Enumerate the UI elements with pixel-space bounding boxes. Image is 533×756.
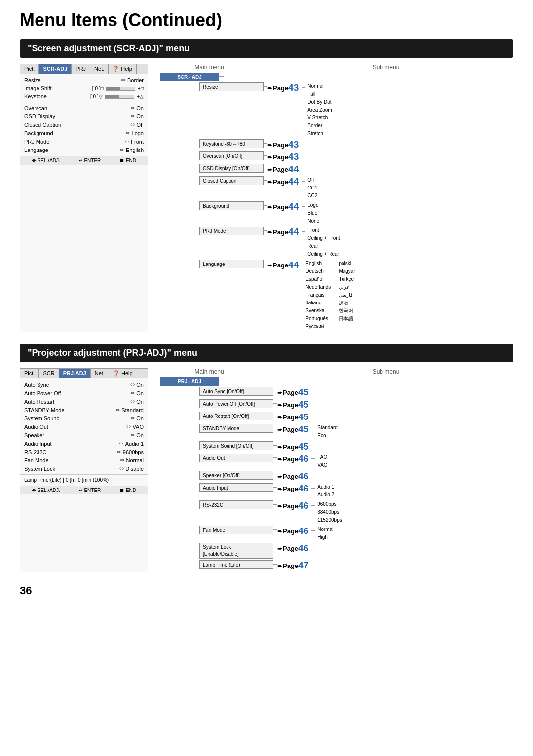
- autorestart-box: Auto Restart [On/Off]: [199, 412, 273, 420]
- prj-adj-box: PRJ - ADJ: [160, 377, 219, 386]
- page-number: 36: [20, 584, 513, 597]
- rs232c-box: RS-232C: [199, 500, 273, 509]
- menu-row-overscan: Overscan ⇔ On: [20, 104, 148, 112]
- menu-row-keystone: Keystone [ 0 ]▽ +△: [20, 92, 148, 100]
- prj-panel-tabs: Pict. SCR PRJ-ADJ Net. ❓ Help: [20, 369, 148, 378]
- overscan-page-link: ➨ Page 43: [267, 151, 299, 162]
- autopoweroff-box: Auto Power Off [On/Off]: [199, 399, 273, 408]
- tab-prj[interactable]: PRJ: [72, 64, 90, 74]
- audioout-page-link: ➨ Page 46: [277, 454, 308, 464]
- menu-row-autopoweroff: Auto Power Off ⇔ On: [20, 389, 148, 397]
- speaker-box: Speaker [On/Off]: [199, 471, 273, 480]
- tab-help[interactable]: ❓ Help: [109, 64, 137, 74]
- menu-row-prjmode: PRJ Mode ⇔ Front: [20, 137, 148, 146]
- tab2-net[interactable]: Net.: [91, 369, 109, 378]
- scr-adj-panel: Pict. SCR-ADJ PRJ Net. ❓ Help Resize ⇔ B…: [20, 64, 148, 332]
- s2-sub-label: Sub menu: [259, 368, 513, 375]
- prj-panel-body: Auto Sync ⇔ On Auto Power Off ⇔ On Auto …: [20, 378, 148, 486]
- syslock-box: System Lock[Enable/Disable]: [199, 543, 273, 559]
- s1-main-label: Main menu: [160, 64, 259, 71]
- fanmode-page-link: ➨ Page 46: [277, 526, 308, 536]
- audioinput-box: Audio Input: [199, 483, 273, 492]
- standby-sub: StandardEco: [315, 424, 338, 440]
- menu-row-speaker: Speaker ⇔ On: [20, 431, 148, 439]
- autopoweroff-page-link: ➨ Page 45: [277, 399, 308, 410]
- menu-row-audioout: Audio Out ⇔ VAO: [20, 422, 148, 431]
- lamp-box: Lamp Timer(Life): [199, 560, 273, 569]
- osd-page-link: ➨ Page 44: [267, 164, 299, 175]
- menu-row-resize: Resize ⇔ Border: [20, 76, 148, 84]
- fanmode-sub: NormalHigh: [315, 526, 333, 541]
- bg-box: Background: [199, 201, 264, 210]
- menu-row-audioinput: Audio Input ⇔ Audio 1: [20, 439, 148, 448]
- lamp-page-link: ➨ Page 47: [277, 560, 308, 571]
- speaker-page-link: ➨ Page 46: [277, 471, 308, 482]
- lang-page-link: ➨ Page 44: [267, 260, 299, 270]
- prj-panel-footer: ❖ SEL./ADJ. ↵ ENTER ⏹ END: [20, 486, 148, 494]
- tab-net[interactable]: Net.: [90, 64, 109, 74]
- prjmode-page-link: ➨ Page 44: [267, 227, 299, 237]
- menu-row-autorestart: Auto Restart ⇔ On: [20, 397, 148, 406]
- cc-box: Closed Caption: [199, 176, 264, 185]
- menu-row-osd: OSD Display ⇔ On: [20, 112, 148, 120]
- s2-main-label: Main menu: [160, 368, 259, 375]
- menu-row-autosync: Auto Sync ⇔ On: [20, 380, 148, 389]
- audioinput-sub: Audio 1Audio 2: [315, 483, 334, 499]
- menu-row-rs232c: RS-232C ⇔ 9600bps: [20, 448, 148, 456]
- rs232c-page-link: ➨ Page 46: [277, 500, 308, 511]
- resize-box: Resize: [199, 82, 264, 91]
- scr-adj-box: SCR - ADJ: [160, 73, 219, 81]
- menu-row-syslock: System Lock ⇔ Disable: [20, 464, 148, 473]
- lang-box: Language: [199, 260, 264, 268]
- osd-box: OSD Display [On/Off]: [199, 164, 264, 173]
- menu-row-standby: STANDBY Mode ⇔ Standard: [20, 406, 148, 414]
- keystone-page-link: ➨ Page 43: [267, 139, 299, 150]
- panel-body: Resize ⇔ Border Image Shift [ 0 ]□ +□ Ke…: [20, 74, 148, 156]
- prjmode-sub: FrontCeiling + FrontRearCeiling + Rear: [305, 227, 340, 258]
- keystone-box: Keystone -80↔+80: [199, 139, 264, 148]
- audioout-sub: FAOVAO: [315, 454, 327, 469]
- tab2-prj-adj[interactable]: PRJ-ADJ: [59, 369, 91, 378]
- tab-scr-adj[interactable]: SCR-ADJ: [39, 64, 72, 74]
- menu-row-syssound: System Sound ⇔ On: [20, 414, 148, 422]
- overscan-box: Overscan [On/Off]: [199, 151, 264, 160]
- page-title: Menu Items (Continued): [20, 10, 513, 31]
- menu-row-lang: Language ⇔ English: [20, 146, 148, 154]
- autosync-page-link: ➨ Page 45: [277, 387, 308, 398]
- tab-pict[interactable]: Pict.: [20, 64, 39, 74]
- panel-tabs: Pict. SCR-ADJ PRJ Net. ❓ Help: [20, 64, 148, 74]
- s1-sub-label: Sub menu: [259, 64, 513, 71]
- menu-row-bg: Background ⇔ Logo: [20, 129, 148, 137]
- standby-page-link: ➨ Page 45: [277, 424, 308, 435]
- syssound-box: System Sound [On/Off]: [199, 441, 273, 450]
- autosync-box: Auto Sync [On/Off]: [199, 387, 273, 396]
- fanmode-box: Fan Mode: [199, 526, 273, 534]
- prjmode-box: PRJ Mode: [199, 227, 264, 235]
- menu-row-fanmode: Fan Mode ⇔ Normal: [20, 456, 148, 464]
- resize-page-link: ➨ Page 43: [267, 82, 299, 93]
- prj-adj-panel: Pict. SCR PRJ-ADJ Net. ❓ Help Auto Sync …: [20, 368, 148, 572]
- standby-box: STANDBY Mode: [199, 424, 273, 433]
- cc-sub: OffCC1CC2: [305, 176, 317, 200]
- tab2-help[interactable]: ❓ Help: [109, 369, 137, 378]
- resize-sub: NormalFullDot By DotArea ZoomV-StretchBo…: [305, 82, 332, 138]
- menu-row-lamp: Lamp Timer(Life) [ 0 ]h [ 0 ]min (100%): [20, 476, 148, 484]
- tab2-pict[interactable]: Pict.: [20, 369, 39, 378]
- lang-sub: EnglishDeutschEspañolNederlandsFrançaisI…: [305, 260, 355, 331]
- audioout-box: Audio Out: [199, 454, 273, 462]
- bg-sub: LogoBlueNone: [305, 201, 319, 225]
- menu-row-imageshift: Image Shift [ 0 ]□ +□: [20, 84, 148, 92]
- menu-row-cc: Closed Caption ⇔ Off: [20, 120, 148, 129]
- section2-header: "Projector adjustment (PRJ-ADJ)" menu: [20, 344, 513, 362]
- rs232c-sub: 9600bps38400bps115200bps: [315, 500, 342, 524]
- cc-page-link: ➨ Page 44: [267, 176, 299, 187]
- bg-page-link: ➨ Page 44: [267, 201, 299, 212]
- audioinput-page-link: ➨ Page 46: [277, 483, 308, 494]
- syssound-page-link: ➨ Page 45: [277, 441, 308, 452]
- panel-footer: ❖ SEL./ADJ. ↵ ENTER ⏹ END: [20, 156, 148, 165]
- syslock-page-link: ➨ Page 46: [277, 543, 308, 554]
- autorestart-page-link: ➨ Page 45: [277, 412, 308, 422]
- tab2-scr[interactable]: SCR: [39, 369, 59, 378]
- section1-header: "Screen adjustment (SCR-ADJ)" menu: [20, 39, 513, 58]
